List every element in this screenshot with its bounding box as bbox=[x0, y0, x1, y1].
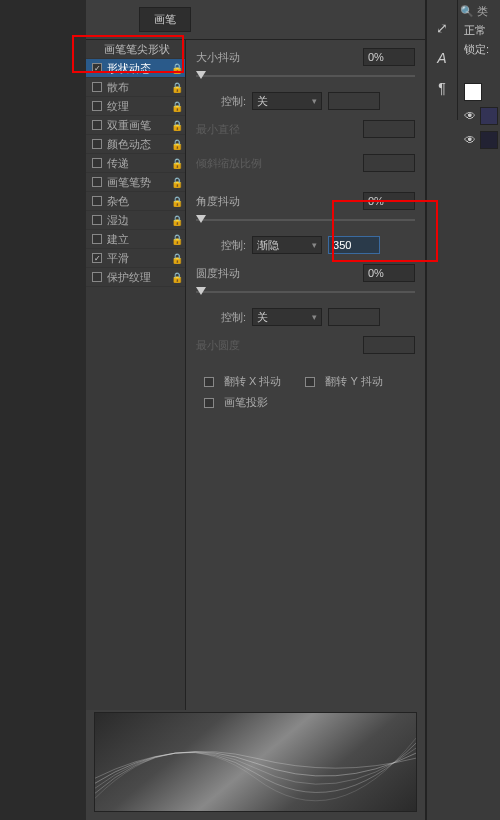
option-color-dynamics[interactable]: 颜色动态 🔒 bbox=[86, 135, 185, 154]
checkbox-icon[interactable] bbox=[92, 272, 102, 282]
tool-column: ⤢ A ¶ bbox=[427, 0, 457, 120]
lock-icon[interactable]: 🔒 bbox=[171, 196, 183, 207]
tilt-scale-label: 倾斜缩放比例 bbox=[196, 156, 363, 171]
angle-control-select[interactable]: 渐隐 bbox=[252, 236, 322, 254]
brush-options-list: 画笔笔尖形状 形状动态 🔒 散布 🔒 纹理 🔒 双重画笔 🔒 bbox=[86, 40, 186, 710]
option-smoothing[interactable]: 平滑 🔒 bbox=[86, 249, 185, 268]
option-shape-dynamics[interactable]: 形状动态 🔒 bbox=[86, 59, 185, 78]
round-jitter-slider[interactable] bbox=[196, 284, 415, 298]
control-label: 控制: bbox=[221, 310, 246, 325]
checkbox-icon[interactable] bbox=[92, 215, 102, 225]
flip-x-label: 翻转 X 抖动 bbox=[224, 374, 281, 389]
layer-row[interactable] bbox=[460, 83, 498, 101]
option-noise[interactable]: 杂色 🔒 bbox=[86, 192, 185, 211]
brush-tab[interactable]: 画笔 bbox=[139, 7, 191, 32]
control-label: 控制: bbox=[221, 238, 246, 253]
canvas-background bbox=[0, 0, 86, 820]
size-control-select[interactable]: 关 bbox=[252, 92, 322, 110]
size-control-field bbox=[328, 92, 380, 110]
option-scatter[interactable]: 散布 🔒 bbox=[86, 78, 185, 97]
angle-jitter-row: 角度抖动 bbox=[196, 192, 415, 210]
tilt-scale-field bbox=[363, 154, 415, 172]
option-dual-brush[interactable]: 双重画笔 🔒 bbox=[86, 116, 185, 135]
lock-icon[interactable]: 🔒 bbox=[171, 101, 183, 112]
min-diameter-label: 最小直径 bbox=[196, 122, 363, 137]
round-jitter-label: 圆度抖动 bbox=[196, 266, 363, 281]
option-tip-shape[interactable]: 画笔笔尖形状 bbox=[86, 40, 185, 59]
checkbox-icon[interactable] bbox=[92, 177, 102, 187]
option-transfer[interactable]: 传递 🔒 bbox=[86, 154, 185, 173]
min-diameter-field bbox=[363, 120, 415, 138]
paragraph-icon[interactable]: ¶ bbox=[438, 80, 446, 96]
lock-icon[interactable]: 🔒 bbox=[171, 177, 183, 188]
lock-icon[interactable]: 🔒 bbox=[171, 272, 183, 283]
layer-row[interactable]: 👁 bbox=[460, 107, 498, 125]
angle-control-row: 控制: 渐隐 bbox=[196, 236, 415, 254]
checkbox-icon[interactable] bbox=[92, 139, 102, 149]
checkbox-icon[interactable] bbox=[92, 253, 102, 263]
checkbox-icon[interactable] bbox=[92, 158, 102, 168]
layer-search-row: 🔍 类 bbox=[460, 4, 498, 19]
option-label: 保护纹理 bbox=[107, 270, 171, 285]
brush-preview bbox=[94, 712, 417, 812]
option-buildup[interactable]: 建立 🔒 bbox=[86, 230, 185, 249]
search-icon[interactable]: 🔍 bbox=[460, 5, 474, 18]
size-jitter-label: 大小抖动 bbox=[196, 50, 363, 65]
option-brush-pose[interactable]: 画笔笔势 🔒 bbox=[86, 173, 185, 192]
layer-thumbnail bbox=[480, 107, 498, 125]
checkbox-icon[interactable] bbox=[92, 63, 102, 73]
angle-jitter-slider[interactable] bbox=[196, 212, 415, 226]
option-label: 建立 bbox=[107, 232, 171, 247]
lock-icon[interactable]: 🔒 bbox=[171, 82, 183, 93]
option-label: 画笔笔势 bbox=[107, 175, 171, 190]
layer-thumbnail bbox=[464, 83, 482, 101]
eye-icon[interactable]: 👁 bbox=[464, 133, 476, 147]
lock-label: 锁定: bbox=[460, 42, 498, 57]
option-label: 双重画笔 bbox=[107, 118, 171, 133]
min-roundness-row: 最小圆度 bbox=[196, 336, 415, 354]
brush-projection-label: 画笔投影 bbox=[224, 395, 268, 410]
checkbox-icon bbox=[204, 377, 214, 387]
angle-control-field[interactable] bbox=[328, 236, 380, 254]
control-label: 控制: bbox=[221, 94, 246, 109]
option-label: 散布 bbox=[107, 80, 171, 95]
option-protect-texture[interactable]: 保护纹理 🔒 bbox=[86, 268, 185, 287]
eye-icon[interactable]: 👁 bbox=[464, 109, 476, 123]
blend-mode-select[interactable]: 正常 bbox=[460, 23, 498, 38]
option-label: 平滑 bbox=[107, 251, 171, 266]
round-jitter-field[interactable] bbox=[363, 264, 415, 282]
size-jitter-field[interactable] bbox=[363, 48, 415, 66]
option-label: 传递 bbox=[107, 156, 171, 171]
checkbox-icon[interactable] bbox=[92, 120, 102, 130]
checkbox-icon[interactable] bbox=[92, 101, 102, 111]
angle-jitter-field[interactable] bbox=[363, 192, 415, 210]
lock-icon[interactable]: 🔒 bbox=[171, 234, 183, 245]
flip-x-checkbox[interactable]: 翻转 X 抖动 bbox=[204, 374, 281, 389]
layer-row[interactable]: 👁 bbox=[460, 131, 498, 149]
checkbox-icon[interactable] bbox=[92, 196, 102, 206]
lock-icon[interactable]: 🔒 bbox=[171, 158, 183, 169]
text-tool-icon[interactable]: A bbox=[437, 50, 446, 66]
min-roundness-field bbox=[363, 336, 415, 354]
lock-icon[interactable]: 🔒 bbox=[171, 253, 183, 264]
option-texture[interactable]: 纹理 🔒 bbox=[86, 97, 185, 116]
option-label: 杂色 bbox=[107, 194, 171, 209]
brush-projection-checkbox[interactable]: 画笔投影 bbox=[204, 395, 268, 410]
flip-y-checkbox[interactable]: 翻转 Y 抖动 bbox=[305, 374, 382, 389]
layer-thumbnail bbox=[480, 131, 498, 149]
layer-type-label: 类 bbox=[477, 4, 488, 19]
round-control-row: 控制: 关 bbox=[196, 308, 415, 326]
size-jitter-slider[interactable] bbox=[196, 68, 415, 82]
lock-icon[interactable]: 🔒 bbox=[171, 63, 183, 74]
lock-icon[interactable]: 🔒 bbox=[171, 215, 183, 226]
option-wet-edges[interactable]: 湿边 🔒 bbox=[86, 211, 185, 230]
dropper-icon[interactable]: ⤢ bbox=[436, 20, 448, 36]
checkbox-icon[interactable] bbox=[92, 82, 102, 92]
checkbox-icon bbox=[204, 398, 214, 408]
checkbox-icon[interactable] bbox=[92, 234, 102, 244]
option-label: 画笔笔尖形状 bbox=[104, 42, 183, 57]
lock-icon[interactable]: 🔒 bbox=[171, 120, 183, 131]
round-control-field bbox=[328, 308, 380, 326]
lock-icon[interactable]: 🔒 bbox=[171, 139, 183, 150]
round-control-select[interactable]: 关 bbox=[252, 308, 322, 326]
